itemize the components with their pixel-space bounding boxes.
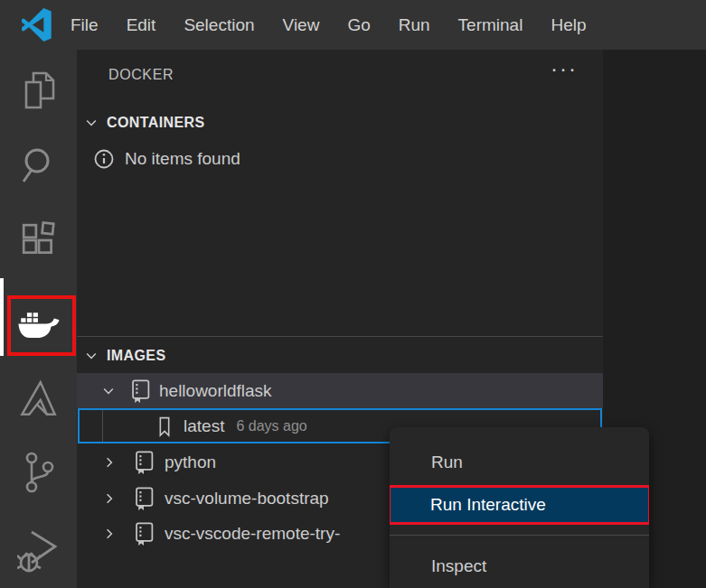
section-divider bbox=[77, 336, 603, 337]
titlebar: File Edit Selection View Go Run Terminal… bbox=[0, 0, 706, 50]
menu-go[interactable]: Go bbox=[347, 15, 370, 35]
menu-terminal[interactable]: Terminal bbox=[458, 15, 523, 35]
docker-image-icon bbox=[132, 520, 155, 547]
image-label: python bbox=[165, 453, 216, 472]
info-icon bbox=[93, 148, 115, 170]
docker-image-icon bbox=[132, 449, 155, 476]
section-containers[interactable]: CONTAINERS bbox=[77, 111, 603, 135]
vscode-window: File Edit Selection View Go Run Terminal… bbox=[0, 0, 706, 588]
more-actions-icon[interactable]: ··· bbox=[551, 56, 578, 81]
menu-selection[interactable]: Selection bbox=[184, 15, 254, 35]
context-menu-separator bbox=[390, 535, 649, 536]
containers-empty-row: No items found bbox=[77, 146, 603, 171]
containers-empty-message: No items found bbox=[125, 149, 240, 169]
azure-icon[interactable] bbox=[0, 379, 77, 417]
context-menu-item-inspect[interactable]: Inspect bbox=[390, 540, 649, 588]
indent-guide bbox=[102, 410, 103, 442]
context-menu: Run Run Interactive Inspect bbox=[390, 427, 649, 588]
image-label: vsc-vscode-remote-try- bbox=[165, 524, 340, 544]
menu-view[interactable]: View bbox=[283, 15, 320, 35]
docker-image-icon bbox=[132, 485, 155, 512]
panel-header: DOCKER ··· bbox=[77, 63, 603, 89]
chevron-down-icon bbox=[84, 349, 99, 363]
explorer-icon[interactable] bbox=[0, 70, 77, 111]
menu-file[interactable]: File bbox=[71, 15, 99, 35]
activity-bar bbox=[0, 50, 77, 588]
menu-run[interactable]: Run bbox=[399, 15, 430, 35]
source-control-icon[interactable] bbox=[0, 450, 77, 495]
section-images-label: IMAGES bbox=[107, 348, 166, 364]
chevron-down-icon bbox=[101, 384, 116, 398]
tag-bookmark-icon bbox=[154, 414, 175, 439]
chevron-right-icon bbox=[102, 455, 117, 470]
tag-label: latest bbox=[184, 416, 224, 436]
extensions-icon[interactable] bbox=[0, 221, 77, 259]
chevron-right-icon bbox=[102, 491, 117, 506]
chevron-down-icon bbox=[84, 116, 99, 130]
context-menu-item-run-interactive[interactable]: Run Interactive bbox=[390, 485, 649, 525]
section-images[interactable]: IMAGES bbox=[77, 344, 603, 368]
search-icon[interactable] bbox=[0, 145, 77, 185]
menubar: File Edit Selection View Go Run Terminal… bbox=[71, 15, 587, 35]
docker-icon[interactable] bbox=[0, 306, 77, 344]
image-row-helloworldflask[interactable]: helloworldflask bbox=[77, 373, 603, 408]
run-and-debug-icon[interactable] bbox=[0, 527, 77, 588]
image-label: vsc-volume-bootstrap bbox=[165, 489, 329, 509]
chevron-right-icon bbox=[102, 527, 117, 541]
section-containers-label: CONTAINERS bbox=[107, 115, 205, 131]
context-menu-item-run[interactable]: Run bbox=[390, 445, 649, 480]
menu-help[interactable]: Help bbox=[551, 15, 586, 35]
tag-age: 6 days ago bbox=[236, 418, 306, 434]
panel-title: DOCKER bbox=[108, 67, 174, 83]
image-label: helloworldflask bbox=[159, 381, 272, 401]
docker-image-icon bbox=[128, 378, 152, 405]
vscode-logo-icon bbox=[19, 8, 52, 42]
menu-edit[interactable]: Edit bbox=[127, 15, 156, 35]
